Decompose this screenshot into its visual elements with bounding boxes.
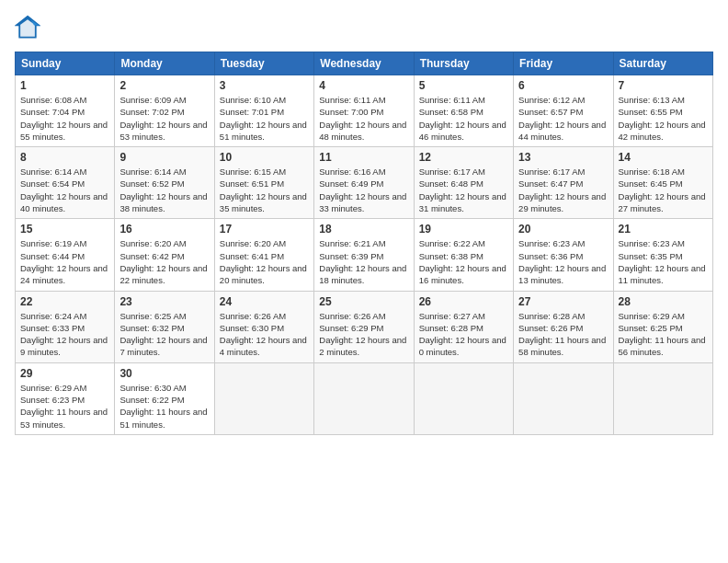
day-info: Sunrise: 6:29 AM Sunset: 6:23 PM Dayligh… (20, 382, 109, 431)
calendar-header-row: SundayMondayTuesdayWednesdayThursdayFrid… (16, 52, 713, 75)
calendar-day-header: Thursday (414, 52, 513, 75)
calendar-day-cell: 24 Sunrise: 6:26 AM Sunset: 6:30 PM Dayl… (214, 291, 313, 362)
day-info: Sunrise: 6:24 AM Sunset: 6:33 PM Dayligh… (20, 310, 109, 359)
header (15, 15, 713, 40)
day-info: Sunrise: 6:14 AM Sunset: 6:52 PM Dayligh… (119, 166, 209, 214)
calendar-week-row: 22 Sunrise: 6:24 AM Sunset: 6:33 PM Dayl… (16, 291, 713, 362)
empty-cell (414, 362, 513, 434)
sunset-label: Sunset: 6:57 PM (518, 107, 583, 117)
day-number: 12 (419, 151, 508, 164)
sunset-label: Sunset: 6:22 PM (119, 395, 184, 405)
sunrise-label: Sunrise: 6:26 AM (319, 311, 385, 321)
sunrise-label: Sunrise: 6:29 AM (619, 311, 685, 321)
day-number: 24 (220, 295, 309, 308)
day-number: 15 (20, 223, 109, 236)
logo-icon (15, 15, 40, 40)
sunset-label: Sunset: 6:55 PM (619, 107, 683, 117)
calendar-day-cell: 13 Sunrise: 6:17 AM Sunset: 6:47 PM Dayl… (514, 147, 613, 219)
calendar-day-cell: 22 Sunrise: 6:24 AM Sunset: 6:33 PM Dayl… (16, 291, 115, 362)
day-number: 3 (220, 79, 309, 92)
calendar-day-cell: 15 Sunrise: 6:19 AM Sunset: 6:44 PM Dayl… (16, 219, 115, 291)
sunset-label: Sunset: 6:23 PM (20, 395, 85, 405)
day-info: Sunrise: 6:16 AM Sunset: 6:49 PM Dayligh… (319, 166, 408, 214)
sunset-label: Sunset: 6:51 PM (220, 178, 284, 189)
calendar-day-cell: 12 Sunrise: 6:17 AM Sunset: 6:48 PM Dayl… (414, 147, 513, 219)
daylight-label: Daylight: 12 hours and 33 minutes. (319, 191, 406, 213)
sunrise-label: Sunrise: 6:11 AM (419, 95, 485, 105)
day-info: Sunrise: 6:20 AM Sunset: 6:41 PM Dayligh… (220, 237, 309, 286)
day-number: 23 (119, 295, 209, 308)
day-info: Sunrise: 6:26 AM Sunset: 6:29 PM Dayligh… (319, 310, 408, 359)
daylight-label: Daylight: 12 hours and 48 minutes. (319, 120, 406, 142)
calendar-table: SundayMondayTuesdayWednesdayThursdayFrid… (15, 52, 713, 435)
day-info: Sunrise: 6:10 AM Sunset: 7:01 PM Dayligh… (220, 94, 309, 143)
calendar-day-cell: 17 Sunrise: 6:20 AM Sunset: 6:41 PM Dayl… (214, 219, 313, 291)
day-info: Sunrise: 6:12 AM Sunset: 6:57 PM Dayligh… (518, 94, 608, 143)
day-info: Sunrise: 6:15 AM Sunset: 6:51 PM Dayligh… (220, 166, 309, 214)
daylight-label: Daylight: 12 hours and 9 minutes. (20, 335, 108, 357)
sunset-label: Sunset: 7:00 PM (319, 107, 383, 117)
daylight-label: Daylight: 12 hours and 11 minutes. (619, 263, 706, 285)
sunset-label: Sunset: 6:52 PM (119, 178, 184, 189)
daylight-label: Daylight: 12 hours and 4 minutes. (220, 335, 307, 357)
daylight-label: Daylight: 12 hours and 51 minutes. (220, 120, 307, 142)
sunset-label: Sunset: 6:32 PM (119, 323, 184, 333)
calendar-day-cell: 10 Sunrise: 6:15 AM Sunset: 6:51 PM Dayl… (214, 147, 313, 219)
calendar-day-cell: 11 Sunrise: 6:16 AM Sunset: 6:49 PM Dayl… (314, 147, 414, 219)
calendar-day-cell: 8 Sunrise: 6:14 AM Sunset: 6:54 PM Dayli… (16, 147, 115, 219)
sunset-label: Sunset: 6:49 PM (319, 178, 383, 189)
day-info: Sunrise: 6:23 AM Sunset: 6:35 PM Dayligh… (619, 237, 708, 286)
day-number: 1 (20, 79, 109, 92)
calendar-week-row: 8 Sunrise: 6:14 AM Sunset: 6:54 PM Dayli… (16, 147, 713, 219)
daylight-label: Daylight: 12 hours and 13 minutes. (518, 263, 606, 285)
sunset-label: Sunset: 6:28 PM (419, 323, 483, 333)
day-info: Sunrise: 6:30 AM Sunset: 6:22 PM Dayligh… (119, 382, 209, 431)
daylight-label: Daylight: 12 hours and 2 minutes. (319, 335, 406, 357)
daylight-label: Daylight: 12 hours and 53 minutes. (119, 120, 207, 142)
day-number: 29 (20, 367, 109, 380)
daylight-label: Daylight: 12 hours and 0 minutes. (419, 335, 506, 357)
calendar-day-cell: 20 Sunrise: 6:23 AM Sunset: 6:36 PM Dayl… (514, 219, 613, 291)
sunrise-label: Sunrise: 6:29 AM (20, 383, 86, 393)
empty-cell (613, 362, 712, 434)
sunrise-label: Sunrise: 6:19 AM (20, 238, 86, 248)
daylight-label: Daylight: 11 hours and 58 minutes. (518, 335, 606, 357)
sunset-label: Sunset: 6:47 PM (518, 178, 583, 189)
sunrise-label: Sunrise: 6:10 AM (220, 95, 286, 105)
day-number: 11 (319, 151, 408, 164)
day-info: Sunrise: 6:25 AM Sunset: 6:32 PM Dayligh… (119, 310, 209, 359)
day-number: 25 (319, 295, 408, 308)
day-info: Sunrise: 6:11 AM Sunset: 6:58 PM Dayligh… (419, 94, 508, 143)
daylight-label: Daylight: 12 hours and 40 minutes. (20, 191, 108, 213)
sunrise-label: Sunrise: 6:14 AM (20, 167, 86, 177)
sunrise-label: Sunrise: 6:12 AM (518, 95, 585, 105)
sunset-label: Sunset: 6:36 PM (518, 251, 583, 261)
sunrise-label: Sunrise: 6:17 AM (419, 167, 485, 177)
calendar-day-cell: 30 Sunrise: 6:30 AM Sunset: 6:22 PM Dayl… (115, 362, 214, 434)
day-info: Sunrise: 6:18 AM Sunset: 6:45 PM Dayligh… (619, 166, 708, 214)
calendar-day-header: Tuesday (214, 52, 313, 75)
daylight-label: Daylight: 12 hours and 44 minutes. (518, 120, 606, 142)
day-number: 21 (619, 223, 708, 236)
sunrise-label: Sunrise: 6:26 AM (220, 311, 286, 321)
calendar-day-cell: 1 Sunrise: 6:08 AM Sunset: 7:04 PM Dayli… (16, 75, 115, 147)
sunset-label: Sunset: 7:02 PM (119, 107, 184, 117)
sunset-label: Sunset: 6:42 PM (119, 251, 184, 261)
calendar-day-cell: 19 Sunrise: 6:22 AM Sunset: 6:38 PM Dayl… (414, 219, 513, 291)
day-info: Sunrise: 6:08 AM Sunset: 7:04 PM Dayligh… (20, 94, 109, 143)
day-info: Sunrise: 6:17 AM Sunset: 6:47 PM Dayligh… (518, 166, 608, 214)
sunset-label: Sunset: 6:30 PM (220, 323, 284, 333)
sunrise-label: Sunrise: 6:11 AM (319, 95, 385, 105)
day-number: 13 (518, 151, 608, 164)
sunset-label: Sunset: 6:48 PM (419, 178, 483, 189)
daylight-label: Daylight: 11 hours and 53 minutes. (20, 407, 108, 429)
calendar-day-cell: 21 Sunrise: 6:23 AM Sunset: 6:35 PM Dayl… (613, 219, 712, 291)
sunset-label: Sunset: 6:25 PM (619, 323, 683, 333)
daylight-label: Daylight: 12 hours and 20 minutes. (220, 263, 307, 285)
calendar-day-cell: 3 Sunrise: 6:10 AM Sunset: 7:01 PM Dayli… (214, 75, 313, 147)
day-info: Sunrise: 6:29 AM Sunset: 6:25 PM Dayligh… (619, 310, 708, 359)
day-number: 28 (619, 295, 708, 308)
day-info: Sunrise: 6:20 AM Sunset: 6:42 PM Dayligh… (119, 237, 209, 286)
sunset-label: Sunset: 6:38 PM (419, 251, 483, 261)
daylight-label: Daylight: 12 hours and 22 minutes. (119, 263, 207, 285)
